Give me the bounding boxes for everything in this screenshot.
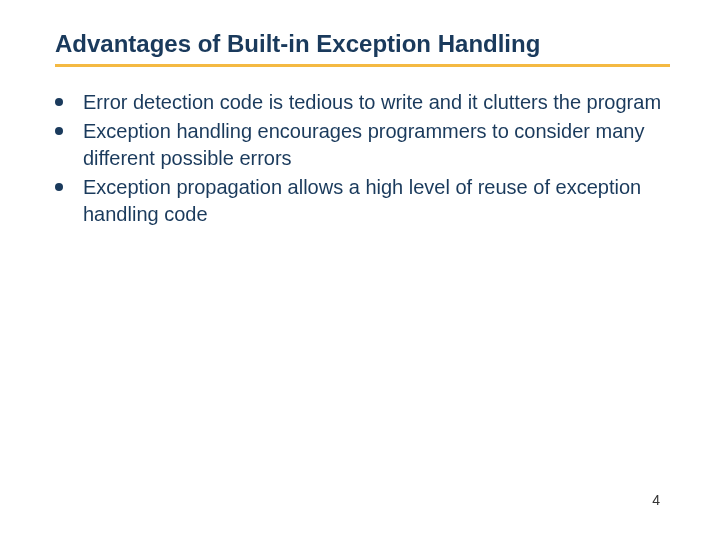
bullet-text: Exception handling encourages programmer… [83,118,680,172]
title-divider [55,64,670,67]
list-item: Exception handling encourages programmer… [55,118,680,172]
slide-content: Error detection code is tedious to write… [55,89,680,228]
bullet-text: Error detection code is tedious to write… [83,89,680,116]
bullet-icon [55,98,63,106]
page-number: 4 [652,492,660,508]
bullet-icon [55,127,63,135]
bullet-icon [55,183,63,191]
slide-title: Advantages of Built-in Exception Handlin… [55,30,680,58]
bullet-list: Error detection code is tedious to write… [55,89,680,228]
bullet-text: Exception propagation allows a high leve… [83,174,680,228]
list-item: Error detection code is tedious to write… [55,89,680,116]
slide-container: Advantages of Built-in Exception Handlin… [0,0,720,540]
list-item: Exception propagation allows a high leve… [55,174,680,228]
